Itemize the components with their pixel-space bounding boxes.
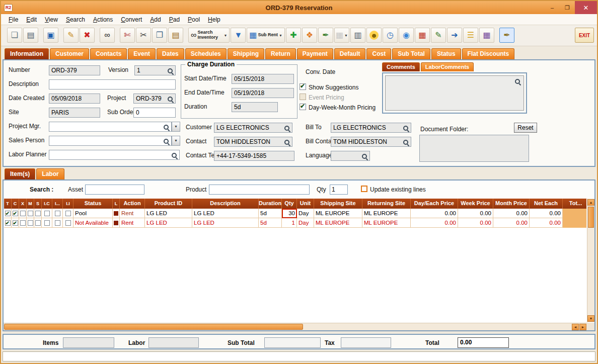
edit-button[interactable]: ✎	[63, 28, 79, 43]
row-flag-cell[interactable]	[4, 218, 12, 228]
menu-actions[interactable]: Actions	[90, 16, 116, 23]
tab-flat-discounts[interactable]: Flat Discounts	[462, 48, 515, 59]
event-pricing-checkbox[interactable]	[300, 94, 306, 100]
column-header[interactable]: Day/Each Price	[411, 199, 458, 209]
update-existing-checkbox[interactable]	[361, 186, 367, 192]
tab-default[interactable]: Default	[334, 48, 366, 59]
row-flag-cell[interactable]	[42, 218, 52, 228]
row-flag-cell[interactable]	[19, 209, 27, 218]
exit-button[interactable]: EXIT	[575, 28, 594, 43]
week-price-cell[interactable]: 0.00	[458, 209, 493, 218]
returning-site-cell[interactable]: ML EUROPE	[362, 209, 411, 218]
funnel-button[interactable]: ▼	[231, 28, 246, 43]
stamp-pad-button[interactable]: ▦▼	[334, 28, 349, 43]
unit-cell[interactable]: Day	[297, 218, 314, 228]
cut-button[interactable]: ✂	[136, 28, 151, 43]
column-header[interactable]: Qty	[282, 199, 297, 209]
sales-person-search-icon[interactable]	[163, 138, 170, 145]
search-inventory-dropdown-icon[interactable]: ▼	[223, 34, 227, 37]
menu-edit[interactable]: Edit	[23, 16, 40, 23]
tab-return[interactable]: Return	[265, 48, 296, 59]
column-header[interactable]: M	[27, 199, 34, 209]
labor-total-field[interactable]	[148, 337, 199, 348]
column-header[interactable]: Duration	[259, 199, 282, 209]
bill-to-search-icon[interactable]	[403, 125, 409, 132]
tab-dates[interactable]: Dates	[157, 48, 184, 59]
rubiks-cube-button[interactable]: ▦	[415, 28, 430, 43]
paste-button[interactable]: ▤	[168, 28, 183, 43]
tab-item-s-[interactable]: Item(s)	[5, 168, 35, 179]
column-header[interactable]: Shipping Site	[314, 199, 362, 209]
title-bar[interactable]: R2 ORD-379 Reservation – ❐ ✕	[1, 1, 597, 14]
smiley-button[interactable]: ☻	[366, 28, 382, 43]
search-inventory-button[interactable]: ∞Search Inventory▼	[188, 28, 230, 43]
row-flag-cell[interactable]	[34, 209, 42, 218]
total-cell[interactable]	[563, 218, 586, 228]
row-flag-cell[interactable]	[42, 209, 52, 218]
column-header[interactable]: L	[113, 199, 120, 209]
tax-field[interactable]	[341, 337, 391, 348]
calculator-button[interactable]: ▥	[350, 28, 365, 43]
row-flag-cell[interactable]	[27, 209, 34, 218]
new-document-button[interactable]: ❏	[7, 28, 22, 43]
labor-planner-search-icon[interactable]	[171, 152, 178, 159]
number-field[interactable]: ORD-379	[49, 65, 100, 75]
add-button[interactable]: ✚	[286, 28, 301, 43]
hscroll-thumb[interactable]	[4, 324, 303, 330]
show-suggestions-checkbox[interactable]	[300, 83, 306, 90]
product-id-cell[interactable]: LG LED	[145, 209, 192, 218]
wand-button[interactable]: ✒	[499, 28, 514, 43]
row-flag-cell[interactable]	[4, 209, 12, 218]
tab-event[interactable]: Event	[128, 48, 156, 59]
project-mgr-dropdown-button[interactable]: ▼	[172, 122, 180, 132]
cut-line-button[interactable]: ✄	[120, 28, 135, 43]
shipping-site-cell[interactable]: ML EUROPE	[314, 218, 362, 228]
sub-total-field[interactable]	[264, 337, 321, 348]
reset-button[interactable]: Reset	[514, 123, 537, 133]
menu-search[interactable]: Search	[62, 16, 89, 23]
duration-cell[interactable]: 5d	[259, 209, 282, 218]
tab-payment[interactable]: Payment	[297, 48, 333, 59]
bill-contact-field[interactable]: TOM HIDDLESTON	[331, 137, 411, 147]
row-checkbox[interactable]	[28, 211, 33, 216]
day-week-month-checkbox[interactable]	[300, 104, 306, 110]
minimize-button[interactable]: –	[545, 1, 560, 14]
note-edit-button[interactable]: ✒	[318, 28, 333, 43]
column-header[interactable]: C	[12, 199, 19, 209]
month-price-cell[interactable]: 0.00	[493, 218, 530, 228]
tab-comments[interactable]: Comments	[382, 62, 420, 71]
status-cell[interactable]: Pool	[73, 209, 113, 218]
menu-file[interactable]: File	[5, 16, 22, 23]
tab-status[interactable]: Status	[431, 48, 461, 59]
tab-customer[interactable]: Customer	[50, 48, 89, 59]
table-row[interactable]: Not AvailableRentLG LEDLG LED5d1DayML EU…	[4, 218, 586, 228]
tab-cost[interactable]: Cost	[366, 48, 391, 59]
language-field[interactable]	[331, 151, 370, 161]
stamp-pad-dropdown-icon[interactable]: ▼	[344, 34, 348, 37]
document-folder-box[interactable]	[419, 135, 529, 162]
sub-orders-field[interactable]: 0	[133, 108, 176, 118]
tab-sub-total[interactable]: Sub Total	[392, 48, 430, 59]
row-checkbox[interactable]	[65, 211, 71, 216]
customer-search-icon[interactable]	[284, 125, 290, 132]
row-checkbox[interactable]	[20, 220, 26, 226]
project-mgr-field[interactable]	[49, 122, 172, 132]
row-checkbox[interactable]	[65, 220, 71, 226]
column-header[interactable]: Returning Site	[362, 199, 411, 209]
row-checkbox[interactable]	[20, 211, 26, 216]
bill-to-field[interactable]: LG ELECTRONICS	[331, 123, 411, 133]
vscroll-thumb[interactable]	[588, 207, 594, 228]
menu-pool[interactable]: Pool	[184, 16, 203, 23]
column-header[interactable]: Unit	[297, 199, 314, 209]
net-each-cell[interactable]: 0.00	[530, 209, 563, 218]
items-total-field[interactable]	[63, 337, 114, 348]
close-button[interactable]: ✕	[575, 1, 597, 14]
description-cell[interactable]: LG LED	[192, 218, 259, 228]
menu-convert[interactable]: Convert	[117, 16, 145, 23]
scroll-left-button[interactable]: ◄	[572, 324, 579, 330]
column-header[interactable]: Description	[192, 199, 259, 209]
sub-rent-dropdown-icon[interactable]: ▼	[279, 34, 282, 37]
contact-field[interactable]: TOM HIDDLESTON	[214, 137, 292, 147]
description-cell[interactable]: LG LED	[192, 209, 259, 218]
qty-cell[interactable]: 1	[282, 218, 297, 228]
